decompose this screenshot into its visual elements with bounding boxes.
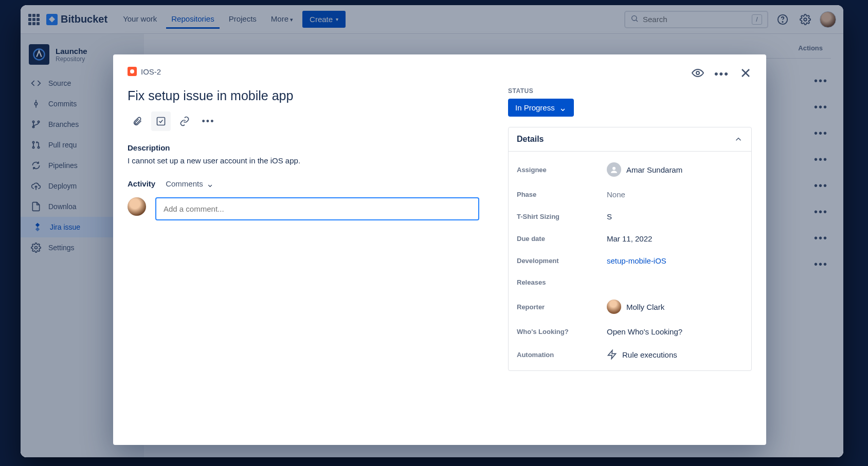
details-header-title: Details (517, 135, 544, 144)
svg-point-16 (696, 71, 699, 74)
assignee-avatar (607, 162, 621, 177)
detail-tshirt[interactable]: T-Shirt Sizing S (517, 206, 743, 228)
status-dropdown[interactable]: In Progress (508, 99, 574, 117)
details-toggle[interactable]: Details (509, 127, 751, 152)
activity-filter[interactable]: Comments (166, 179, 214, 188)
close-icon[interactable] (739, 67, 752, 81)
more-toolbar-button[interactable]: ••• (198, 111, 218, 131)
add-subtask-button[interactable] (151, 111, 171, 131)
detail-phase[interactable]: Phase None (517, 183, 743, 206)
link-icon (179, 116, 190, 126)
bolt-icon (607, 349, 617, 360)
watch-icon[interactable] (692, 67, 704, 81)
attach-button[interactable] (128, 111, 147, 131)
svg-point-20 (612, 167, 616, 170)
details-panel: Details Assignee Amar Sundaram (508, 127, 752, 371)
issue-key: IOS-2 (141, 67, 161, 76)
issue-type-bug-icon (128, 67, 137, 76)
issue-breadcrumb[interactable]: IOS-2 (128, 67, 161, 76)
checklist-icon (156, 116, 166, 126)
current-user-avatar (128, 197, 146, 216)
more-actions-icon[interactable]: ••• (714, 67, 729, 81)
attachment-icon (132, 116, 142, 126)
detail-releases[interactable]: Releases (517, 272, 743, 293)
detail-whos-looking[interactable]: Who's Looking? Open Who's Looking? (517, 321, 743, 343)
issue-toolbar: ••• (128, 111, 479, 131)
detail-reporter[interactable]: Reporter Molly Clark (517, 293, 743, 321)
svg-rect-19 (157, 118, 165, 125)
detail-due-date[interactable]: Due date Mar 11, 2022 (517, 228, 743, 250)
issue-modal: IOS-2 ••• Fix setup issue in mobile app (113, 54, 766, 445)
more-icon: ••• (202, 116, 215, 127)
detail-automation[interactable]: Automation Rule executions (517, 343, 743, 366)
chevron-up-icon (734, 135, 743, 144)
description-text[interactable]: I cannot set up a new user account in th… (128, 156, 479, 165)
description-label: Description (128, 143, 479, 152)
detail-assignee[interactable]: Assignee Amar Sundaram (517, 156, 743, 183)
status-label: STATUS (508, 87, 752, 95)
svg-marker-21 (608, 350, 616, 359)
detail-development[interactable]: Development setup-mobile-iOS (517, 250, 743, 272)
activity-label: Activity (128, 179, 155, 188)
reporter-avatar (607, 300, 621, 314)
comment-input[interactable] (155, 197, 479, 220)
link-button[interactable] (175, 111, 194, 131)
issue-title[interactable]: Fix setup issue in mobile app (128, 88, 479, 103)
